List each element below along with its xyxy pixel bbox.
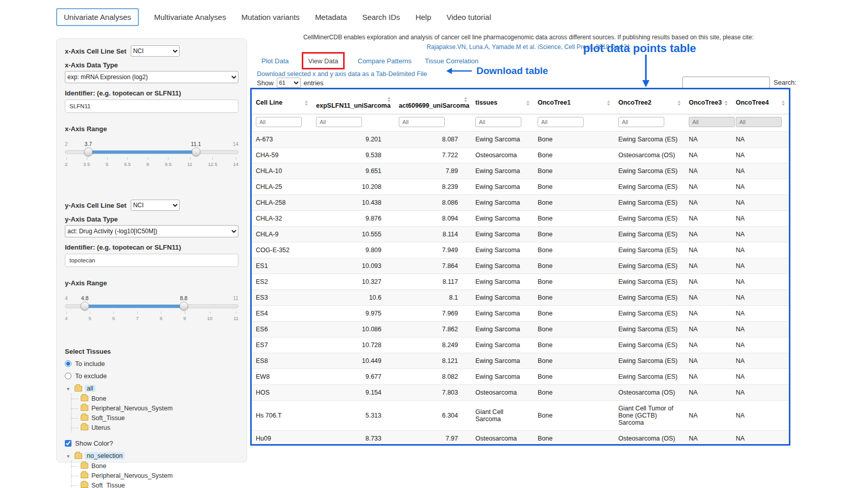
table-row[interactable]: CHLA-910.5558.114Ewing SarcomaBoneEwing … xyxy=(252,227,789,242)
table-cell: Ewing Sarcoma xyxy=(471,353,534,369)
tree-node-all[interactable]: ▾ all xyxy=(67,385,238,392)
tissue-include-option[interactable]: To include xyxy=(65,360,238,368)
tab-video-tutorial[interactable]: Video tutorial xyxy=(446,13,491,21)
tab-tissue-correlation[interactable]: Tissue Correlation xyxy=(425,57,478,65)
table-cell: NA xyxy=(685,179,732,195)
table-cell: 9.651 xyxy=(312,163,395,179)
tree-node-peripheral-nervous-system[interactable]: Peripheral_Nervous_System xyxy=(81,403,238,413)
tab-mutation-variants[interactable]: Mutation variants xyxy=(242,13,300,21)
tree-item-label: Uterus xyxy=(91,424,110,431)
checkbox-label: Show Color? xyxy=(75,440,113,447)
show-color-option[interactable]: Show Color? xyxy=(65,440,238,447)
x-cell-line-set-select[interactable]: NCI xyxy=(131,45,180,57)
column-header-tissues[interactable]: tissues xyxy=(471,89,534,114)
table-cell: Ewing Sarcoma (ES) xyxy=(614,369,685,385)
table-cell: Ewing Sarcoma xyxy=(471,337,534,353)
column-header-oncotree3[interactable]: OncoTree3 xyxy=(685,89,732,114)
radio-label: To exclude xyxy=(75,372,107,380)
column-header-oncotree1[interactable]: OncoTree1 xyxy=(534,89,614,114)
table-row[interactable]: EW89.6778.082Ewing SarcomaBoneEwing Sarc… xyxy=(252,369,789,385)
column-header-cell-line[interactable]: Cell Line xyxy=(252,89,312,114)
table-row[interactable]: CHA-599.5387.722OsteosarcomaBoneOsteosar… xyxy=(252,148,789,163)
slider-handle-to[interactable] xyxy=(179,302,188,310)
slider-scale: 4567891011 xyxy=(65,311,238,321)
to-include-radio[interactable] xyxy=(65,360,71,367)
table-row[interactable]: ES110.0937.864Ewing SarcomaBoneEwing Sar… xyxy=(252,258,789,274)
tree-node-peripheral-nervous-system[interactable]: Peripheral_Nervous_System xyxy=(81,471,238,480)
table-row[interactable]: ES710.7288.249Ewing SarcomaBoneEwing Sar… xyxy=(252,337,789,353)
tab-search-ids[interactable]: Search IDs xyxy=(362,13,400,21)
tree-item-label: Bone xyxy=(91,462,106,470)
y-cell-line-set-select[interactable]: NCI xyxy=(131,200,180,211)
y-data-type-select[interactable]: act: Drug Activity (-log10[IC50M]) xyxy=(65,225,238,237)
column-filter-input[interactable] xyxy=(475,117,521,127)
table-row[interactable]: COG-E-3529.8097.949Ewing SarcomaBoneEwin… xyxy=(252,242,789,258)
slider-handle-to[interactable] xyxy=(191,148,200,156)
column-filter-input[interactable] xyxy=(316,117,362,127)
table-row[interactable]: ES310.68.1Ewing SarcomaBoneEwing Sarcoma… xyxy=(252,290,789,306)
tree-node-uterus[interactable]: Uterus xyxy=(81,423,238,432)
column-filter-input[interactable] xyxy=(399,117,445,127)
table-row[interactable]: HOS9.1547.803OsteosarcomaBoneOsteosarcom… xyxy=(252,385,789,401)
column-header-act-609699[interactable]: act609699_uniSarcoma xyxy=(395,89,471,114)
tissue-exclude-option[interactable]: To exclude xyxy=(65,372,238,380)
tab-univariate-analyses[interactable]: Univariate Analyses xyxy=(56,8,139,26)
table-row[interactable]: ES210.3278.117Ewing SarcomaBoneEwing Sar… xyxy=(252,274,789,290)
table-row[interactable]: ES610.0867.862Ewing SarcomaBoneEwing Sar… xyxy=(252,322,789,337)
tree-node-soft-tissue[interactable]: Soft_Tissue xyxy=(81,480,238,488)
table-cell: Ewing Sarcoma xyxy=(471,179,534,195)
table-cell: 8.087 xyxy=(395,132,471,148)
column-filter-input[interactable] xyxy=(538,117,584,127)
tab-view-data[interactable]: View Data xyxy=(308,57,338,65)
table-row[interactable]: ES49.9757.969Ewing SarcomaBoneEwing Sarc… xyxy=(252,306,789,322)
table-cell: NA xyxy=(732,132,789,148)
citation-text: CellMinerCDB enables exploration and ana… xyxy=(266,34,791,41)
column-filter-input[interactable] xyxy=(736,117,782,127)
x-range-slider: 2 14 3.7 11.1 23.556.589.51112.514 xyxy=(65,141,238,170)
table-cell: 8.094 xyxy=(395,211,471,227)
table-length-control: Show 61 entries xyxy=(257,78,324,88)
to-exclude-radio[interactable] xyxy=(65,373,71,379)
slider-handle-from[interactable] xyxy=(84,148,92,156)
tab-help[interactable]: Help xyxy=(416,13,431,21)
table-row[interactable]: CHLA-329.8768.094Ewing SarcomaBoneEwing … xyxy=(252,211,789,227)
column-header-oncotree4[interactable]: OncoTree4 xyxy=(732,89,789,114)
select-tissues-label: Select Tissues xyxy=(65,348,238,355)
download-tab-delimited-link[interactable]: Download selected x and y axis data as a… xyxy=(257,70,427,78)
column-header-exp-slfn11[interactable]: expSLFN11_uniSarcoma xyxy=(312,89,395,114)
table-cell: 9.201 xyxy=(312,132,395,148)
tab-multivariate-analyses[interactable]: Multivariate Analyses xyxy=(154,13,226,21)
table-row[interactable]: CHLA-109.6517.89Ewing SarcomaBoneEwing S… xyxy=(252,163,789,179)
folder-icon xyxy=(81,396,88,401)
show-color-checkbox[interactable] xyxy=(65,440,71,447)
table-row[interactable]: CHLA-2510.2088.239Ewing SarcomaBoneEwing… xyxy=(252,179,789,195)
tree-node-soft-tissue[interactable]: Soft_Tissue xyxy=(81,413,238,423)
column-header-oncotree2[interactable]: OncoTree2 xyxy=(614,89,685,114)
tree-node-bone[interactable]: Bone xyxy=(81,461,238,471)
column-filter-input[interactable] xyxy=(256,117,302,127)
table-row[interactable]: CHLA-25810.4388.086Ewing SarcomaBoneEwin… xyxy=(252,195,789,211)
view-data-highlight-box: View Data xyxy=(302,52,344,69)
slider-track[interactable] xyxy=(65,304,238,308)
table-row[interactable]: Hu098.7337.97OsteosarcomaBoneOsteosarcom… xyxy=(252,431,789,446)
tab-compare-patterns[interactable]: Compare Patterns xyxy=(358,57,412,65)
column-filter-input[interactable] xyxy=(689,117,735,127)
slider-tick-label: 3.5 xyxy=(83,157,90,167)
tree-node-bone[interactable]: Bone xyxy=(81,394,238,403)
x-data-type-select[interactable]: exp: mRNA Expression (log2) xyxy=(65,71,238,83)
table-row[interactable]: A-6739.2018.087Ewing SarcomaBoneEwing Sa… xyxy=(252,132,789,148)
tree-node-no-selection[interactable]: ▾ no_selection xyxy=(67,452,238,459)
search-input[interactable] xyxy=(682,77,770,88)
column-filter-input[interactable] xyxy=(618,117,664,127)
table-cell: 9.154 xyxy=(312,385,395,401)
table-row[interactable]: Hs 706.T5.3136.304Giant Cell SarcomaBone… xyxy=(252,401,789,431)
table-row[interactable]: ES810.4498.121Ewing SarcomaBoneEwing Sar… xyxy=(252,353,789,369)
tab-metadata[interactable]: Metadata xyxy=(315,13,347,21)
tab-plot-data[interactable]: Plot Data xyxy=(261,57,288,65)
table-cell: 10.449 xyxy=(312,353,395,369)
y-identifier-input[interactable] xyxy=(65,254,238,267)
table-cell: Osteosarcoma (OS) xyxy=(614,148,685,163)
entries-select[interactable]: 61 xyxy=(277,78,301,88)
slider-handle-from[interactable] xyxy=(81,302,89,310)
x-identifier-input[interactable] xyxy=(65,100,238,113)
